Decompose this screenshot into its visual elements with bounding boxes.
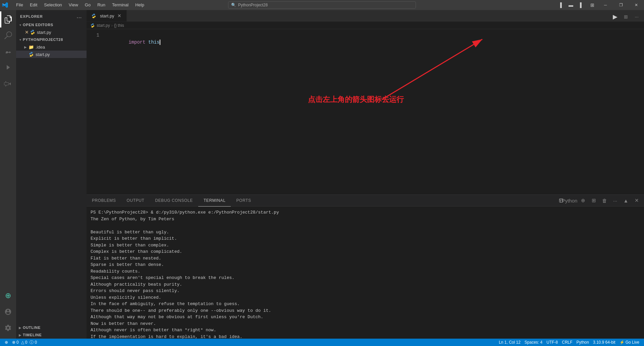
close-panel-button[interactable]: ✕ [632, 196, 641, 205]
tab-python-icon [91, 13, 97, 19]
language-status[interactable]: Python [575, 339, 591, 346]
menu-file[interactable]: File [13, 0, 26, 10]
search-icon: 🔍 [231, 3, 236, 7]
maximize-button[interactable]: ❐ [613, 0, 629, 10]
go-live-label: Go Live [626, 340, 639, 345]
terminal-more-button[interactable]: ··· [610, 196, 620, 205]
remote-status[interactable]: ⊕ [3, 339, 10, 346]
toggle-panel-icon[interactable]: ▬ [566, 0, 576, 10]
menu-run[interactable]: Run [94, 0, 109, 10]
project-arrow: ▾ [17, 38, 23, 42]
code-content[interactable]: import this​ [103, 29, 644, 194]
run-python-button[interactable]: ▶ [610, 12, 620, 21]
open-editors-label: OPEN EDITORS [23, 23, 53, 27]
warning-count: 0 [25, 340, 28, 345]
source-control-activity-icon[interactable] [0, 44, 16, 60]
menu-selection[interactable]: Selection [41, 0, 65, 10]
menu-help[interactable]: Help [132, 0, 148, 10]
line-endings-status[interactable]: CRLF [560, 339, 574, 346]
python-version-status[interactable]: 3.10.9 64-bit [591, 339, 618, 346]
code-editor[interactable]: 1 import this​ 点击左上角的箭头图标去运行 [87, 29, 644, 194]
panel-tabs: PROBLEMS OUTPUT DEBUG CONSOLE TERMINAL P… [87, 195, 644, 207]
panel-tab-problems[interactable]: PROBLEMS [87, 195, 121, 207]
menu-edit[interactable]: Edit [26, 0, 41, 10]
breadcrumb-file[interactable]: start.py [91, 23, 110, 28]
error-icon: ⊗ [12, 340, 15, 345]
python-file-icon [30, 29, 36, 35]
timeline-arrow: ▶ [17, 333, 23, 337]
cursor: ​ [160, 40, 160, 45]
kill-terminal-button[interactable]: 🗑 [600, 196, 609, 205]
breadcrumb-symbol[interactable]: {} this [114, 23, 124, 28]
titlebar: File Edit Selection View Go Run Terminal… [0, 0, 644, 10]
panel-tab-output[interactable]: OUTPUT [121, 195, 150, 207]
search-activity-icon[interactable] [0, 27, 16, 44]
error-count: 0 [16, 340, 19, 345]
panel-area: PROBLEMS OUTPUT DEBUG CONSOLE TERMINAL P… [87, 194, 644, 339]
panel-tab-ports[interactable]: PORTS [231, 195, 256, 207]
encoding-status[interactable]: UTF-8 [544, 339, 560, 346]
start-py-name: start.py [36, 52, 50, 57]
project-label: PYTHONPROJECT28 [23, 38, 63, 42]
line-numbers: 1 [87, 29, 103, 194]
errors-status[interactable]: ⊗ 0 △ 0 ⓘ 0 [10, 339, 39, 346]
go-live-icon: ⚡ [620, 340, 625, 345]
panel-tab-terminal[interactable]: TERMINAL [198, 195, 231, 207]
new-terminal-button[interactable]: ⊕ [578, 196, 588, 205]
split-editor-button[interactable]: ⊞ [621, 12, 631, 21]
run-debug-activity-icon[interactable] [0, 60, 16, 76]
space [146, 40, 148, 45]
editor-more-button[interactable]: ··· [632, 12, 641, 21]
tabs-bar: start.py ✕ ▶ ⊞ ··· [87, 10, 644, 22]
open-file-name: start.py [37, 30, 51, 35]
tab-close-button[interactable]: ✕ [116, 13, 122, 19]
open-editors-arrow: ▾ [17, 23, 23, 27]
extensions-activity-icon[interactable] [0, 76, 16, 92]
project-header[interactable]: ▾ PYTHONPROJECT28 [16, 36, 87, 43]
timeline-header[interactable]: ▶ TIMELINE [16, 331, 87, 339]
start-py-file[interactable]: start.py [16, 51, 87, 58]
explorer-activity-icon[interactable] [0, 11, 16, 27]
search-box[interactable]: 🔍 PythonProject28 [228, 1, 416, 9]
timeline-label: TIMELINE [23, 333, 42, 337]
info-count: 0 [35, 340, 37, 345]
menu-go[interactable]: Go [82, 0, 94, 10]
panel-right-icons: Python ⊕ ⊞ 🗑 ··· ▲ ✕ [556, 196, 644, 205]
split-terminal-button[interactable]: ⊞ [589, 196, 598, 205]
terminal-output: The Zen of Python, by Tim Peters Beautif… [91, 216, 640, 339]
panel-tab-debug-console[interactable]: DEBUG CONSOLE [150, 195, 198, 207]
idea-folder[interactable]: ▶ 📁 .idea [16, 43, 87, 51]
cursor-position-status[interactable]: Ln 1, Col 12 [497, 339, 523, 346]
toggle-secondary-sidebar-icon[interactable]: ▌ [577, 0, 586, 10]
account-activity-icon[interactable] [0, 304, 16, 320]
warning-icon: △ [21, 340, 24, 345]
activity-bar: ⊕ [0, 10, 16, 339]
go-live-status[interactable]: ⚡ Go Live [618, 339, 641, 346]
outline-header[interactable]: ▶ OUTLINE [16, 324, 87, 331]
close-button[interactable]: ✕ [629, 0, 644, 10]
customize-layout-icon[interactable]: ⊞ [588, 0, 597, 10]
toggle-primary-sidebar-icon[interactable]: ▐ [555, 0, 565, 10]
remote-activity-icon[interactable]: ⊕ [0, 288, 16, 304]
open-editors-header[interactable]: ▾ OPEN EDITORS [16, 21, 87, 28]
open-file-start-py[interactable]: ✕ start.py [16, 28, 87, 36]
start-py-icon [28, 51, 34, 57]
menu-terminal[interactable]: Terminal [109, 0, 132, 10]
terminal-content[interactable]: PS E:\PythonProject28> & d:/py310/python… [87, 207, 644, 339]
vscode-logo [0, 0, 10, 10]
panel-lang-text: Python [565, 196, 574, 205]
indentation-status[interactable]: Spaces: 4 [523, 339, 544, 346]
settings-activity-icon[interactable] [0, 320, 16, 336]
keyword-import: import [128, 40, 145, 45]
info-icon: ⓘ [30, 340, 34, 345]
explorer-header: EXPLORER ... [16, 10, 87, 21]
tabs-right-icons: ▶ ⊞ ··· [610, 12, 644, 21]
explorer-more-button[interactable]: ... [76, 13, 83, 20]
tab-start-py[interactable]: start.py ✕ [87, 10, 127, 21]
menu-view[interactable]: View [65, 0, 82, 10]
activity-bar-bottom: ⊕ [0, 288, 16, 339]
minimize-button[interactable]: ─ [598, 0, 613, 10]
maximize-panel-button[interactable]: ▲ [621, 196, 631, 205]
status-bar: ⊕ ⊗ 0 △ 0 ⓘ 0 Ln 1, Col 12 Spaces: 4 UTF… [0, 339, 644, 346]
window-controls: ─ ❐ ✕ [598, 0, 644, 10]
